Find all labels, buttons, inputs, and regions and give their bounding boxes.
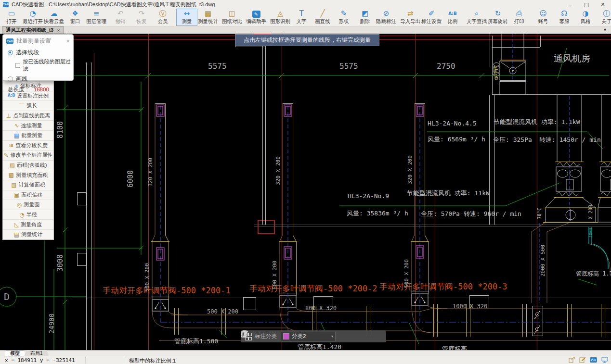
draw-line-icon: ╱ <box>320 10 325 18</box>
draw-line-label: 画直线 <box>315 18 330 25</box>
batch-measure-dialog: CAD 批量测量设置 × 选择线段 按已选线段的图层过滤 画线 总长度：1680… <box>2 34 74 81</box>
measure-button[interactable]: ↔测量 <box>176 9 197 26</box>
delete-label: 删除 <box>360 18 370 25</box>
sheet-tab-layout[interactable]: 布局1 <box>24 350 49 356</box>
sidebar-item-area-offset[interactable]: ▣面积偏移 <box>3 190 53 201</box>
sidebar-item-measure-fill-area[interactable]: ▩测量填充面积 <box>3 170 53 180</box>
cad-text: 全压: 570Pa <box>421 211 460 217</box>
minimize-button[interactable]: — <box>562 0 578 9</box>
sidebar-item-measure-circle[interactable]: ◎测量圆 <box>3 200 53 210</box>
copy-annotation-icon[interactable] <box>363 333 370 340</box>
edit-assistant-button[interactable]: ✎编辑助手 <box>246 9 267 26</box>
hide-annotation-button[interactable]: ⊘隐藏标注 <box>376 9 397 26</box>
view-segment-length-label: 查看分段长度 <box>16 142 48 149</box>
sidebar-item-view-segment-length[interactable]: ≋查看分段长度 <box>3 141 53 151</box>
window-button[interactable]: ❖窗口 <box>65 9 86 26</box>
cad-text: φ1000 <box>494 65 498 78</box>
cad-text: 800 X 320 <box>305 305 337 311</box>
measure-statistics-label: 测量统计 <box>21 231 42 238</box>
redo-button[interactable]: ↷恢复 <box>131 9 152 26</box>
arc-length-label: 弧长 <box>27 102 38 109</box>
recent-open-button[interactable]: ◔最近打开 <box>22 9 43 26</box>
cad-text: 24900 <box>48 314 55 334</box>
point-to-line-distance-icon: ⊥ <box>6 113 11 119</box>
move-annotation-icon[interactable] <box>351 333 359 340</box>
monitor-icon[interactable] <box>601 357 608 363</box>
measure-circle-label: 测量圆 <box>24 201 39 208</box>
about-button[interactable]: ⓘ关于 <box>596 9 611 26</box>
hide-annotation-icon: ⊘ <box>383 10 390 18</box>
dialog-logo-icon: CAD <box>6 38 13 44</box>
layer-filter-icon[interactable]: ▼ <box>603 27 607 32</box>
text-search-icon: ⌕ <box>475 10 479 18</box>
close-button[interactable]: ✕ <box>595 0 611 9</box>
paste-annotation-icon[interactable] <box>374 333 382 340</box>
sidebar-item-area-with-arc[interactable]: ▨面积(含弧线) <box>3 161 53 171</box>
undo-icon: ↶ <box>117 10 124 18</box>
measure-stats-button[interactable]: ▦测量统计 <box>197 9 219 26</box>
draw-line-button[interactable]: ╱画直线 <box>312 9 333 26</box>
shape-button[interactable]: ✎形状 <box>333 9 354 26</box>
cad-linework <box>0 34 611 350</box>
vip-button[interactable]: Ⓥ会员 <box>152 9 173 26</box>
scale-label: 比例 <box>448 18 458 25</box>
print-button[interactable]: ⎙打印 <box>508 9 530 26</box>
sidebar-item-point-to-line-distance[interactable]: ⊥点到直线的距离 <box>3 111 53 121</box>
document-tab[interactable]: 通风工程实例图纸_t3 × <box>2 26 64 34</box>
edit-annotation-icon[interactable] <box>339 333 347 340</box>
maximize-button[interactable]: ▢ <box>578 0 595 9</box>
cad-text: 1000 <box>589 228 593 237</box>
support-button[interactable]: ☊客服 <box>554 9 575 26</box>
tab-close-icon[interactable]: × <box>57 27 60 33</box>
window-label: 窗口 <box>70 18 80 25</box>
measure-stats-label: 测量统计 <box>198 18 218 25</box>
import-export-button[interactable]: ⇄导入导出 <box>400 9 421 26</box>
sidebar-item-continuous-measure[interactable]: ∿连续测量 <box>3 121 53 131</box>
cad-text: 节能型混流风机 功率: 1.1kW <box>494 119 580 125</box>
text-button[interactable]: T文字 <box>291 9 312 26</box>
text-icon: T <box>299 10 303 18</box>
draw-line-label: 画线 <box>16 75 27 83</box>
sidebar-item-radius[interactable]: ◔半径 <box>3 210 53 220</box>
delete-button[interactable]: ◩删除 <box>354 9 376 26</box>
sidebar-item-measure-angle[interactable]: ◺测量角度 <box>3 220 53 230</box>
share-drawing-icon[interactable] <box>569 357 575 363</box>
annotation-settings-button[interactable]: ✐标注设置 <box>421 9 442 26</box>
cloud-drive-button[interactable]: ☁快看云盘 <box>43 9 65 26</box>
classify-dropdown[interactable]: 分类2 ▾ <box>281 332 336 341</box>
sheet-tab-model[interactable]: 模型 <box>4 350 26 356</box>
scale-button[interactable]: A:B比例 <box>442 9 463 26</box>
sidebar-item-batch-measure[interactable]: ▦批量测量 <box>3 131 53 141</box>
layer-manager-button[interactable]: ≡图层管理 <box>86 9 107 26</box>
style-button[interactable]: ◑风格 <box>575 9 596 26</box>
layer-filter-checkbox[interactable] <box>15 63 20 68</box>
cad-text: 70°C <box>537 208 542 219</box>
screen-rotate-button[interactable]: ↻屏幕旋转 <box>487 9 508 26</box>
open-button[interactable]: ▭打开 <box>1 9 22 26</box>
recent-open-icon: ◔ <box>29 10 36 18</box>
drawing-canvas[interactable]: 点击左键或拉框选择要测量的线段，右键完成测量 标注分类 分类2 ▾ 557555… <box>0 34 611 350</box>
sidebar-item-arc-length[interactable]: ⌒弧长 <box>3 101 53 111</box>
style-icon: ◑ <box>582 10 588 18</box>
continuous-measure-icon: ∿ <box>14 123 19 128</box>
open-label: 打开 <box>7 18 17 25</box>
pd-badge-icon[interactable]: P-D <box>590 357 597 363</box>
text-search-button[interactable]: ⌕文字查找 <box>466 9 487 26</box>
shape-recognition-button[interactable]: ◬图形识别 <box>270 9 291 26</box>
shape-recognition-icon: ◬ <box>277 10 283 18</box>
dialog-close-icon[interactable]: × <box>66 38 70 44</box>
sidebar-item-modify-single-annotation[interactable]: ✎修改单个标注属性 <box>3 151 53 161</box>
select-segment-radio[interactable] <box>8 50 13 55</box>
sidebar-item-calc-side-area[interactable]: ▧计算侧面积 <box>3 180 53 190</box>
account-label: 账号 <box>538 18 548 25</box>
modify-single-annotation-label: 修改单个标注属性 <box>11 151 53 159</box>
undo-button[interactable]: ↶撤销 <box>110 9 131 26</box>
drawing-compare-button[interactable]: ◫图纸对比 <box>221 9 243 26</box>
cad-text: 5575 <box>339 63 358 70</box>
export-annotation-icon[interactable] <box>579 357 585 363</box>
cad-text: 500 X 200 <box>272 261 277 289</box>
delete-icon: ◩ <box>362 10 368 18</box>
account-button[interactable]: ☺账号 <box>533 9 554 26</box>
sidebar-item-measure-statistics[interactable]: ▤测量统计 <box>3 230 53 240</box>
draw-line-radio[interactable] <box>8 76 13 82</box>
